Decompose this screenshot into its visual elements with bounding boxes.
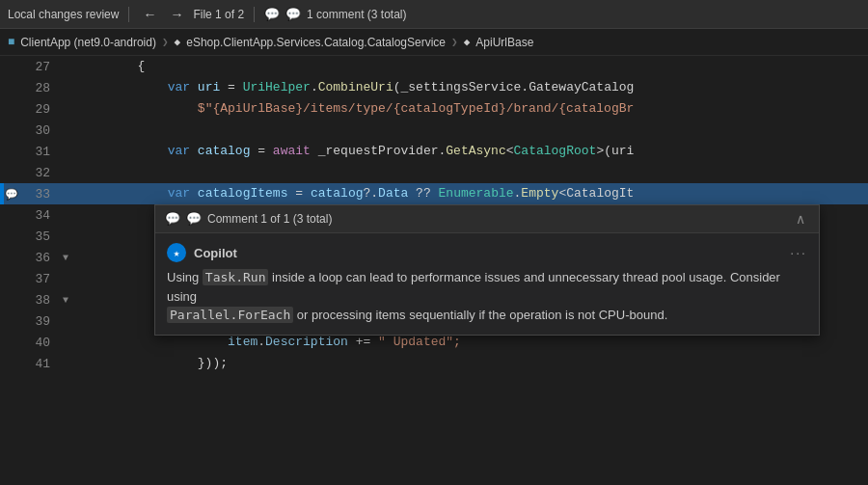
breadcrumb-project[interactable]: ClientApp (net9.0-android) [20,36,156,49]
breadcrumb-sep-1: ❯ [162,36,169,48]
line-number: 31 [19,145,58,159]
comment-gutter-icon[interactable]: 💬 [4,188,19,201]
code-line: 30 [0,120,868,141]
comment-popup-header: 💬 💬 Comment 1 of 1 (3 total) ∧ [155,205,819,233]
line-content: var catalogItems = catalog?.Data ?? Enum… [73,183,868,204]
line-number: 38 [19,293,58,308]
code-line: 41 })); [0,353,868,374]
nav-forward-button[interactable]: → [166,5,187,24]
breadcrumb-namespace[interactable]: eShop.ClientApp.Services.Catalog.Catalog… [186,36,446,49]
line-number: 29 [19,102,58,117]
comment-author-row: ★ Copilot ··· [167,243,807,262]
fold-indicator[interactable]: ▼ [58,295,73,306]
comment-nav-icon-left[interactable]: 💬 [165,211,180,227]
line-content [73,120,868,141]
file-icon: ■ [8,36,14,49]
code-line: 29 $"{ApiUrlBase}/items/type/{catalogTyp… [0,98,868,120]
comment-title: Comment 1 of 1 (3 total) [207,212,786,226]
code-line: 💬33 var catalogItems = catalog?.Data ?? … [0,183,868,204]
line-number: 40 [19,336,58,350]
comment-author-name: Copilot [194,246,237,260]
member-icon: ◆ [464,36,471,48]
comment-count-label: 1 comment (3 total) [307,8,406,21]
code-area: 27 {28 var uri = UriHelper.CombineUri(_s… [0,56,868,485]
line-number: 39 [19,314,58,329]
comment-popup: 💬 💬 Comment 1 of 1 (3 total) ∧ ★ Copilot… [154,204,820,336]
fold-indicator[interactable]: ▼ [58,253,73,263]
toolbar-divider-2 [254,7,255,22]
line-number: 33 [19,187,58,202]
line-number: 28 [19,81,58,95]
namespace-icon: ◆ [175,36,181,48]
line-number: 35 [19,229,58,244]
line-content: var catalog = await _requestProvider.Get… [73,141,868,162]
comment-icon-2: 💬 [285,7,301,22]
line-content: })); [73,353,868,374]
line-number: 34 [19,208,58,223]
line-number: 30 [19,123,58,138]
line-number: 41 [19,357,58,371]
code-line: 32 [0,162,868,183]
breadcrumb-member[interactable]: ApiUrlBase [475,36,533,49]
code-line: 27 { [0,56,868,77]
breadcrumb-bar: ■ ClientApp (net9.0-android) ❯ ◆ eShop.C… [0,29,868,56]
comment-more-button[interactable]: ··· [790,245,807,260]
comment-body: ★ Copilot ··· Using Task.Run inside a lo… [155,233,819,335]
toolbar: Local changes review ← → File 1 of 2 💬 💬… [0,0,868,29]
file-nav-label: File 1 of 2 [193,8,244,21]
code-line: 28 var uri = UriHelper.CombineUri(_setti… [0,77,868,98]
line-content [73,162,868,183]
line-content: var uri = UriHelper.CombineUri(_settings… [73,77,868,98]
comment-nav-icon-right[interactable]: 💬 [186,211,202,227]
comment-close-button[interactable]: ∧ [792,211,809,227]
comment-message: Using Task.Run inside a loop can lead to… [167,268,807,325]
line-content: { [73,56,868,77]
toolbar-divider-1 [128,7,129,22]
nav-back-button[interactable]: ← [139,5,160,24]
copilot-icon: ★ [167,243,186,262]
comment-icon-1: 💬 [264,7,280,22]
local-changes-label: Local changes review [8,8,119,21]
breadcrumb-sep-2: ❯ [451,36,458,48]
line-number: 32 [19,166,58,180]
fold-arrow[interactable]: ▼ [63,295,68,306]
fold-arrow[interactable]: ▼ [63,253,68,263]
line-number: 27 [19,60,58,74]
line-number: 37 [19,272,58,286]
code-line: 31 var catalog = await _requestProvider.… [0,141,868,162]
line-number: 36 [19,251,58,265]
line-content: $"{ApiUrlBase}/items/type/{catalogTypeId… [73,98,868,120]
